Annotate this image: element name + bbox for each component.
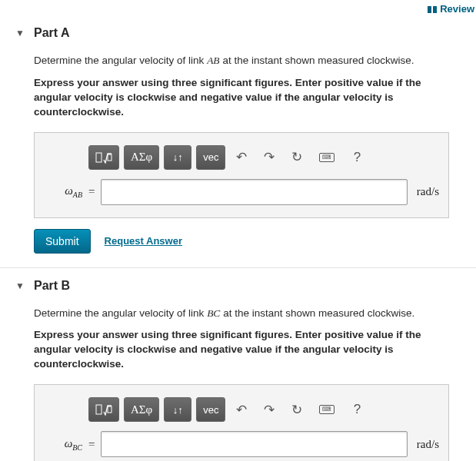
svg-rect-0 (96, 153, 102, 162)
book-icon (427, 5, 438, 14)
part-b-input[interactable] (101, 431, 407, 457)
undo-button[interactable]: ↶ (230, 397, 253, 422)
help-button[interactable]: ? (345, 145, 368, 170)
review-link[interactable]: Review (427, 3, 474, 15)
help-button[interactable]: ? (345, 397, 368, 422)
part-b-header: ▼ Part B (15, 279, 461, 293)
template-button[interactable] (88, 145, 119, 170)
collapse-caret[interactable]: ▼ (15, 280, 23, 291)
request-answer-link[interactable]: Request Answer (105, 235, 182, 247)
part-a-answer-box: ΑΣφ ↓↑ vec ↶ ↷ ↻ ⌨ ? ωAB = rad/s (34, 132, 449, 218)
keyboard-icon: ⌨ (319, 153, 335, 162)
part-a-unit: rad/s (414, 185, 439, 198)
fraction-root-icon (95, 403, 112, 416)
part-b-variable: ωBC (44, 437, 82, 452)
keyboard-button[interactable]: ⌨ (313, 397, 341, 422)
equation-toolbar: ΑΣφ ↓↑ vec ↶ ↷ ↻ ⌨ ? (88, 145, 439, 170)
vec-button[interactable]: vec (196, 145, 225, 170)
reset-button[interactable]: ↻ (285, 145, 308, 170)
part-b-question: Determine the angular velocity of link B… (34, 307, 461, 321)
redo-button[interactable]: ↷ (258, 145, 281, 170)
part-b-answer-row: ωBC = rad/s (44, 431, 439, 457)
subscript-button[interactable]: ↓↑ (164, 145, 191, 170)
part-a-section: ▼ Part A Determine the angular velocity … (0, 15, 476, 268)
collapse-caret[interactable]: ▼ (15, 28, 23, 38)
part-b-section: ▼ Part B Determine the angular velocity … (0, 268, 476, 461)
part-a-input[interactable] (101, 179, 407, 205)
equals-sign: = (88, 185, 95, 198)
part-a-question: Determine the angular velocity of link A… (34, 54, 461, 68)
part-a-variable: ωAB (44, 184, 82, 199)
top-bar: Review (0, 0, 476, 15)
fraction-root-icon (95, 151, 112, 164)
template-button[interactable] (88, 397, 119, 422)
keyboard-button[interactable]: ⌨ (313, 145, 341, 170)
svg-rect-2 (96, 405, 102, 414)
vec-button[interactable]: vec (196, 397, 225, 422)
part-a-answer-row: ωAB = rad/s (44, 179, 439, 205)
part-a-title: Part A (34, 26, 70, 40)
subscript-button[interactable]: ↓↑ (164, 397, 191, 422)
keyboard-icon: ⌨ (319, 405, 335, 414)
equals-sign: = (88, 438, 95, 451)
part-a-header: ▼ Part A (15, 26, 461, 40)
greek-button[interactable]: ΑΣφ (124, 397, 159, 422)
redo-button[interactable]: ↷ (258, 397, 281, 422)
svg-rect-1 (108, 154, 112, 161)
reset-button[interactable]: ↻ (285, 397, 308, 422)
equation-toolbar: ΑΣφ ↓↑ vec ↶ ↷ ↻ ⌨ ? (88, 397, 439, 422)
svg-rect-3 (108, 406, 112, 413)
part-a-instruction: Express your answer using three signific… (34, 76, 461, 120)
part-a-actions: Submit Request Answer (34, 229, 461, 254)
part-b-unit: rad/s (414, 438, 439, 451)
greek-button[interactable]: ΑΣφ (124, 145, 159, 170)
submit-button[interactable]: Submit (34, 229, 91, 254)
undo-button[interactable]: ↶ (230, 145, 253, 170)
part-b-instruction: Express your answer using three signific… (34, 328, 461, 372)
part-b-title: Part B (34, 279, 70, 293)
part-b-answer-box: ΑΣφ ↓↑ vec ↶ ↷ ↻ ⌨ ? ωBC = rad/s (34, 384, 449, 461)
